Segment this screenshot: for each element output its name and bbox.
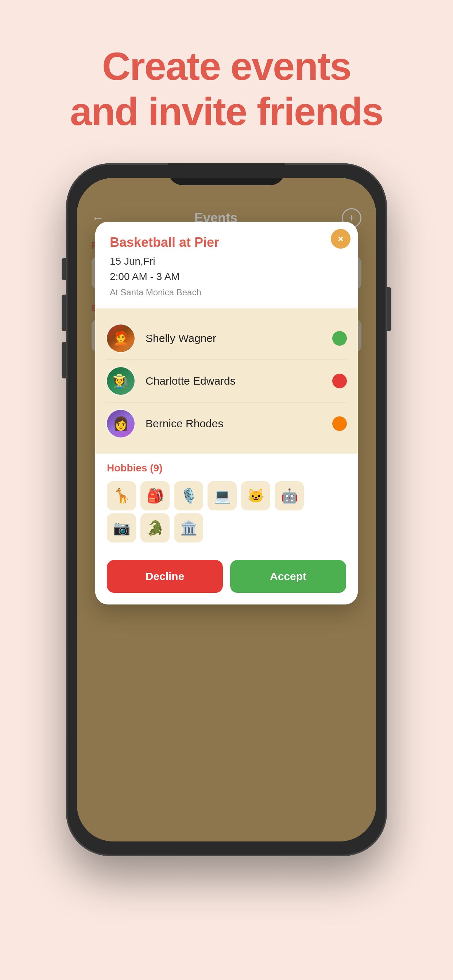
attendee-status-shelly xyxy=(332,331,347,345)
phone-power-button xyxy=(387,287,391,331)
page-headline: Create events and invite friends xyxy=(70,44,383,134)
phone-volume-up-button xyxy=(62,294,66,331)
avatar-bernice: 👩 xyxy=(106,409,135,438)
event-location: At Santa Monica Beach xyxy=(110,287,343,298)
attendee-row: 👩 Bernice Rhodes xyxy=(106,402,347,445)
phone-screen: ← Events + P Event 1 Details... E Event … xyxy=(77,178,376,842)
hobby-icon-cat: 🐱 xyxy=(241,481,270,511)
avatar-charlotte: 🧑‍🌾 xyxy=(106,366,135,396)
modal-actions: Decline Accept xyxy=(95,553,358,605)
accept-button[interactable]: Accept xyxy=(230,560,346,593)
attendee-status-charlotte xyxy=(332,374,347,388)
headline-line1: Create events xyxy=(70,44,383,89)
attendee-row: 🧑‍🦰 Shelly Wagner xyxy=(106,317,347,360)
hobbies-title: Hobbies (9) xyxy=(107,462,346,474)
close-button[interactable]: × xyxy=(331,229,351,249)
modal-header-section: Basketball at Pier 15 Jun,Fri 2:00 AM - … xyxy=(95,222,358,309)
hobby-icon-giraffe: 🦒 xyxy=(107,481,136,511)
decline-button[interactable]: Decline xyxy=(107,560,223,593)
phone-volume-down-button xyxy=(62,342,66,379)
attendees-section: 🧑‍🦰 Shelly Wagner 🧑‍🌾 Charlotte Edwards xyxy=(95,309,358,453)
avatar-shelly: 🧑‍🦰 xyxy=(106,324,135,353)
event-title: Basketball at Pier xyxy=(110,235,343,250)
headline-line2: and invite friends xyxy=(70,89,383,134)
hobby-icon-robot: 🤖 xyxy=(274,481,304,511)
attendee-name-charlotte: Charlotte Edwards xyxy=(145,375,332,387)
attendee-name-shelly: Shelly Wagner xyxy=(145,332,332,345)
hobby-icon-laptop: 💻 xyxy=(207,481,237,511)
hobbies-grid-row2: 📷 🐊 🏛️ xyxy=(107,513,346,542)
hobby-icon-mic: 🎙️ xyxy=(174,481,203,511)
attendee-status-bernice xyxy=(332,416,347,431)
phone-mute-button xyxy=(62,258,66,280)
hobby-icon-bag: 🎒 xyxy=(140,481,170,511)
attendee-row: 🧑‍🌾 Charlotte Edwards xyxy=(106,360,347,402)
attendee-name-bernice: Bernice Rhodes xyxy=(145,417,332,430)
hobbies-grid: 🦒 🎒 🎙️ 💻 🐱 🤖 xyxy=(107,481,346,511)
event-detail-modal: × Basketball at Pier 15 Jun,Fri 2:00 AM … xyxy=(95,222,358,605)
phone-mockup: ← Events + P Event 1 Details... E Event … xyxy=(66,163,387,856)
modal-overlay: × Basketball at Pier 15 Jun,Fri 2:00 AM … xyxy=(77,178,376,842)
hobbies-section: Hobbies (9) 🦒 🎒 🎙️ 💻 🐱 🤖 📷 🐊 🏛️ xyxy=(95,453,358,553)
hobby-icon-camera: 📷 xyxy=(107,513,136,542)
hobby-icon-croc: 🐊 xyxy=(140,513,170,542)
event-date: 15 Jun,Fri 2:00 AM - 3 AM xyxy=(110,254,343,285)
hobby-icon-building: 🏛️ xyxy=(174,513,203,542)
